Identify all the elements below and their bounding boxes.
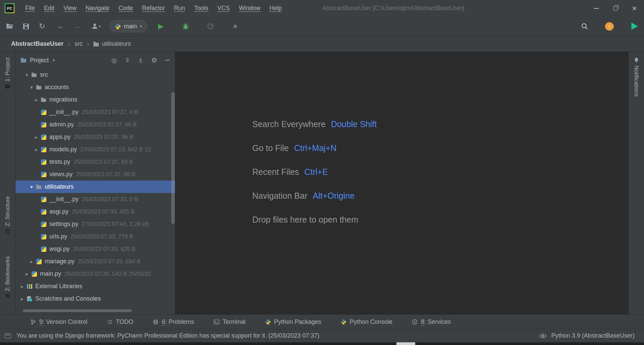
editor-hint-shortcut[interactable]: Double Shift <box>331 119 377 129</box>
chevron-icon[interactable] <box>28 84 35 90</box>
editor-hint-shortcut[interactable]: Ctrl+Maj+N <box>294 143 336 153</box>
hide-panel-button[interactable] <box>165 60 170 61</box>
tool-window-button[interactable]: 9Version Control <box>30 318 87 325</box>
tool-window-button[interactable]: 8Services <box>412 318 451 325</box>
chevron-icon[interactable] <box>28 184 35 190</box>
tool-window-bar: 9Version Control TODO 6Problems Terminal… <box>0 314 644 329</box>
title-bar: PC FileEditViewNavigateCodeRefactorRunTo… <box>0 0 644 16</box>
expand-all-button[interactable] <box>125 58 130 63</box>
menu-item[interactable]: Edit <box>44 5 54 12</box>
run-with-coverage-button[interactable] <box>206 21 215 32</box>
debug-button[interactable] <box>181 21 190 32</box>
stripe-tab-bookmarks[interactable]: 2: Bookmarks <box>0 256 15 299</box>
tree-item[interactable]: asgi.py 25/03/2023 07:33, 425 B <box>15 205 175 218</box>
eye-icon[interactable] <box>539 334 547 338</box>
tree-item[interactable]: __init__.py 25/03/2023 07:33, 0 B <box>15 193 175 205</box>
search-everywhere-button[interactable] <box>580 21 589 32</box>
stripe-tab-project[interactable]: 1: Project <box>0 58 15 88</box>
tree-item-icon <box>41 234 47 240</box>
horizontal-scrollbar[interactable] <box>23 309 132 312</box>
tree-item[interactable]: wsgi.py 25/03/2023 07:33, 425 B <box>15 243 175 255</box>
python-interpreter[interactable]: Python 3.9 (AbstractBaseUser) <box>551 332 635 339</box>
menu-item[interactable]: Code <box>119 5 133 12</box>
tool-window-button[interactable]: TODO <box>107 318 133 325</box>
project-tree: src accounts migrations <box>15 69 175 305</box>
tree-item[interactable]: urls.py 25/03/2023 07:33, 779 B <box>15 230 175 243</box>
tree-item[interactable]: admin.py 25/03/2023 07:37, 66 B <box>15 118 175 131</box>
tree-item[interactable]: apps.py 25/03/2023 07:37, 96 B <box>15 131 175 143</box>
tool-window-button[interactable]: Python Console <box>341 318 392 325</box>
chevron-icon[interactable] <box>18 283 26 290</box>
tree-item-label: Scratches and Consoles <box>35 295 101 302</box>
toolwindow-stack-icon[interactable] <box>5 333 11 338</box>
menu-item[interactable]: Help <box>269 5 282 12</box>
sync-button[interactable]: ↻ <box>38 21 46 32</box>
menu-item[interactable]: Run <box>174 5 185 12</box>
tree-item[interactable]: settings.py 27/03/2023 07:43, 3,28 kB <box>15 218 175 230</box>
chevron-icon[interactable] <box>33 147 40 153</box>
chevron-icon[interactable] <box>23 271 31 277</box>
editor-hint-label: Go to File <box>252 143 289 153</box>
tree-item[interactable]: Scratches and Consoles <box>15 293 175 305</box>
tree-item[interactable]: tests.py 25/03/2023 07:37, 63 B <box>15 156 175 168</box>
chevron-icon[interactable] <box>33 134 40 140</box>
profile-button[interactable]: ▾ <box>91 21 101 32</box>
vertical-scrollbar[interactable] <box>171 92 175 224</box>
menu-item[interactable]: View <box>63 5 77 12</box>
chevron-icon[interactable] <box>28 259 35 265</box>
breadcrumb-item[interactable]: AbstractBaseUser <box>11 40 75 48</box>
collapse-all-button[interactable] <box>138 58 143 63</box>
tree-item[interactable]: views.py 25/03/2023 07:37, 66 B <box>15 168 175 181</box>
tree-item[interactable]: src <box>15 69 175 81</box>
update-available-button[interactable]: ↑ <box>605 22 614 31</box>
tree-item[interactable]: __init__.py 25/03/2023 07:37, 0 B <box>15 106 175 118</box>
menu-item[interactable]: Window <box>239 5 260 12</box>
settings-button[interactable]: ⚙ <box>151 56 157 64</box>
tree-item-label: __init__.py <box>49 196 79 203</box>
menu-item[interactable]: Refactor <box>142 5 165 12</box>
stripe-tab-structure[interactable]: Z: Structure <box>0 196 15 233</box>
tree-item[interactable]: main.py 25/03/2023 07:30, 542 B 25/03/20 <box>15 268 175 280</box>
back-button[interactable]: ← <box>56 21 65 32</box>
editor-hint-shortcut[interactable]: Alt+Origine <box>313 191 354 201</box>
menu-item[interactable]: File <box>25 5 35 12</box>
tool-window-button[interactable]: Terminal <box>214 318 246 325</box>
project-view-icon <box>21 58 27 63</box>
tool-window-button[interactable]: Python Packages <box>265 318 321 325</box>
editor-hint-shortcut[interactable]: Ctrl+E <box>304 167 328 177</box>
breadcrumb-item[interactable]: src <box>75 40 94 48</box>
minimize-button[interactable] <box>587 0 606 16</box>
tree-item-label: urls.py <box>49 233 67 240</box>
tree-item[interactable]: models.py 27/03/2023 07:13, 642 B 12 <box>15 143 175 156</box>
chevron-icon[interactable] <box>18 296 26 302</box>
chevron-icon[interactable] <box>23 72 31 78</box>
breadcrumb-item[interactable]: utilisateurs <box>93 40 131 47</box>
tool-window-icon <box>412 319 418 325</box>
locate-file-button[interactable]: ◎ <box>111 56 117 64</box>
forward-button[interactable]: → <box>73 21 81 32</box>
stripe-tab-notifications[interactable]: Notifications <box>629 57 644 97</box>
ide-promo-button[interactable] <box>630 21 639 32</box>
chevron-icon[interactable] <box>33 97 40 103</box>
tree-item[interactable]: manage.py 25/03/2023 07:33, 694 B <box>15 255 175 268</box>
restore-button[interactable] <box>606 0 625 16</box>
tree-item[interactable]: accounts <box>15 81 175 93</box>
tool-window-label: 8Services <box>421 318 451 325</box>
menu-item[interactable]: Tools <box>194 5 208 12</box>
menu-item[interactable]: VCS <box>217 5 230 12</box>
close-button[interactable]: × <box>625 0 644 16</box>
run-button[interactable]: ▶ <box>157 21 165 32</box>
save-all-button[interactable] <box>22 21 30 32</box>
open-button[interactable] <box>5 21 14 32</box>
chevron-down-icon[interactable]: ▾ <box>53 58 55 63</box>
branch-selector[interactable]: main ▾ <box>110 20 147 32</box>
menu-item[interactable]: Navigate <box>86 5 110 12</box>
tree-item[interactable]: External Libraries <box>15 280 175 293</box>
tree-item-label: migrations <box>49 96 77 103</box>
tree-item[interactable]: migrations <box>15 93 175 106</box>
tool-window-button[interactable]: 6Problems <box>153 318 194 325</box>
project-view-selector[interactable]: Project <box>30 57 49 64</box>
tree-item[interactable]: utilisateurs <box>15 181 175 193</box>
editor-area[interactable]: Search Everywhere Double Shift Go to Fil… <box>175 52 628 314</box>
stop-button[interactable]: ■ <box>231 21 240 32</box>
